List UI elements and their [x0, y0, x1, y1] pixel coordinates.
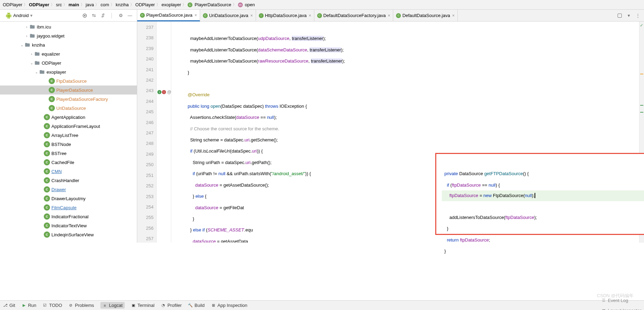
android-icon [6, 13, 12, 19]
gear-icon[interactable]: ⚙ [117, 12, 124, 19]
tree-row[interactable]: CFtpDataSource [0, 76, 137, 85]
tree-label: ArrayListTree [51, 133, 79, 138]
tree-row[interactable]: CIndicatorTextView [0, 221, 137, 230]
close-icon[interactable]: × [250, 13, 253, 18]
editor-tab[interactable]: CDefaultDataSourceFactory.java× [314, 10, 394, 22]
git-icon: ⎇ [3, 303, 8, 308]
project-view-selector[interactable]: Android ▾ [3, 12, 35, 19]
breadcrumb-item[interactable]: exoplayer [162, 2, 181, 7]
tab-menu-icon[interactable]: ⋮ [634, 12, 641, 19]
close-icon[interactable]: × [309, 13, 311, 18]
tree-row[interactable]: CUriDataSource [0, 104, 137, 113]
tree-row[interactable]: ›jaygoo.widget [0, 31, 137, 40]
tree-row[interactable]: ⌄exoplayer [0, 67, 137, 76]
class-icon: C [396, 13, 401, 18]
class-icon: C [44, 213, 50, 220]
editor-tab[interactable]: CUriDataSource.java× [200, 10, 256, 22]
tool-problems[interactable]: ⊘Problems [68, 303, 94, 308]
tab-orientation-icon[interactable] [616, 12, 623, 19]
chevron-right-icon[interactable]: › [24, 25, 29, 29]
tool-profiler[interactable]: ◔Profiler [161, 303, 182, 308]
class-icon: C [44, 123, 50, 129]
tree-label: CrashHandler [51, 178, 79, 183]
tree-row[interactable]: ›equalizer [0, 49, 137, 58]
tree-row[interactable]: CCachedFile [0, 158, 137, 167]
tool-terminal[interactable]: ▣Terminal [131, 303, 155, 308]
breadcrumb-item[interactable]: src [56, 2, 62, 7]
tool-logcat[interactable]: ≡Logcat [100, 302, 125, 309]
tree-label: FilmCapsule [51, 205, 76, 210]
editor-tab[interactable]: CDefaultDataSource.java× [393, 10, 457, 22]
tree-row[interactable]: CBSTNode [0, 140, 137, 149]
tool-git[interactable]: ⎇Git [3, 303, 15, 308]
line-number: 256 [137, 223, 154, 234]
breadcrumb-item[interactable]: ODPlayer [29, 2, 49, 7]
tool-app-inspection[interactable]: ⊞App Inspection [211, 303, 247, 308]
checkmark-icon: ✓ [640, 23, 643, 28]
tool-layout-inspector[interactable]: ▦Layout Inspector [601, 308, 641, 310]
tree-row[interactable]: CAgentApplication [0, 113, 137, 122]
tree-row[interactable]: CArrayListTree [0, 131, 137, 140]
project-tree[interactable]: ›ibm.icu›jaygoo.widget⌄knziha›equalizer⌄… [0, 22, 137, 243]
bottom-tool-bar: ⎇Git ▶Run ☑TODO ⊘Problems ≡Logcat ▣Termi… [0, 300, 644, 310]
tree-row[interactable]: CLindeqinSurfaceView [0, 230, 137, 239]
build-icon: 🔨 [188, 303, 193, 308]
tool-run[interactable]: ▶Run [22, 303, 36, 308]
tree-row[interactable]: ⌄knziha [0, 40, 137, 49]
tree-row[interactable]: CDrawer [0, 185, 137, 194]
tool-todo[interactable]: ☑TODO [42, 303, 62, 308]
class-icon: C [44, 222, 50, 229]
expand-all-icon[interactable]: ⇆ [90, 12, 97, 19]
tree-row[interactable]: ⌄ODPlayer [0, 58, 137, 67]
hide-icon[interactable]: — [126, 12, 133, 19]
editor-tab[interactable]: CPlayerDataSource.java× [137, 10, 200, 22]
breadcrumb-item[interactable]: open [245, 2, 255, 7]
chevron-right-icon: 〉 [24, 2, 27, 7]
line-number: 253 [137, 191, 154, 202]
tree-row[interactable]: CPlayerDataSource [0, 85, 137, 95]
tree-row[interactable]: CIndicatorFractional [0, 212, 137, 221]
breadcrumb-item[interactable]: main [68, 2, 79, 7]
tree-row[interactable]: CCMN [0, 167, 137, 176]
tree-row[interactable]: CBSTree [0, 149, 137, 158]
tree-row[interactable]: CApplicationFrameLayout [0, 122, 137, 131]
tree-row[interactable]: CPlayerDataSourceFactory [0, 95, 137, 104]
quick-definition-popup[interactable]: private DataSource getFTPDataSource() { … [435, 153, 644, 235]
chevron-down-icon[interactable]: ⌄ [29, 61, 34, 65]
select-opened-icon[interactable] [81, 12, 88, 19]
class-icon: C [44, 159, 50, 165]
tree-row[interactable]: ›ibm.icu [0, 22, 137, 31]
chevron-right-icon[interactable]: › [29, 52, 34, 56]
folder-icon [34, 60, 40, 66]
tool-event-log[interactable]: ☰Event Log [601, 298, 641, 303]
tree-row[interactable]: CCrashHandler [0, 176, 137, 185]
svg-point-1 [84, 15, 85, 16]
close-icon[interactable]: × [452, 13, 455, 18]
line-number: 245 [137, 107, 154, 117]
tree-row[interactable]: CFilmCapsule [0, 203, 137, 212]
breadcrumb-item[interactable]: com [100, 2, 109, 7]
class-icon: C [44, 186, 50, 193]
class-icon: C [140, 13, 145, 18]
tree-label: IndicatorTextView [51, 223, 87, 228]
close-icon[interactable]: × [195, 13, 197, 18]
line-number: 250 [137, 160, 154, 170]
chevron-down-icon[interactable]: ⌄ [19, 43, 24, 47]
tree-label: LindeqinSurfaceView [51, 232, 94, 237]
chevron-right-icon[interactable]: › [24, 34, 29, 38]
close-icon[interactable]: × [388, 13, 390, 18]
editor-tab[interactable]: IHttpDataSource.java× [256, 10, 314, 22]
breadcrumb-item[interactable]: ODPlayer [3, 2, 22, 7]
tree-row[interactable]: CDrawerLayoutmy [0, 194, 137, 203]
breadcrumb-item[interactable]: knziha [116, 2, 129, 7]
collapse-all-icon[interactable]: ⇵ [99, 12, 106, 19]
tool-build[interactable]: 🔨Build [188, 303, 205, 308]
line-number: 237 [137, 22, 154, 33]
breadcrumb-item[interactable]: ODPlayer [135, 2, 155, 7]
breadcrumb-item[interactable]: java [86, 2, 94, 7]
more-tabs-icon[interactable]: ▾ [625, 12, 632, 19]
override-indicator-icon[interactable]: I↑ @ [157, 90, 171, 94]
breadcrumb-item[interactable]: PlayerDataSource [195, 2, 231, 7]
chevron-down-icon[interactable]: ⌄ [34, 70, 39, 74]
tab-label: UriDataSource.java [209, 13, 248, 18]
